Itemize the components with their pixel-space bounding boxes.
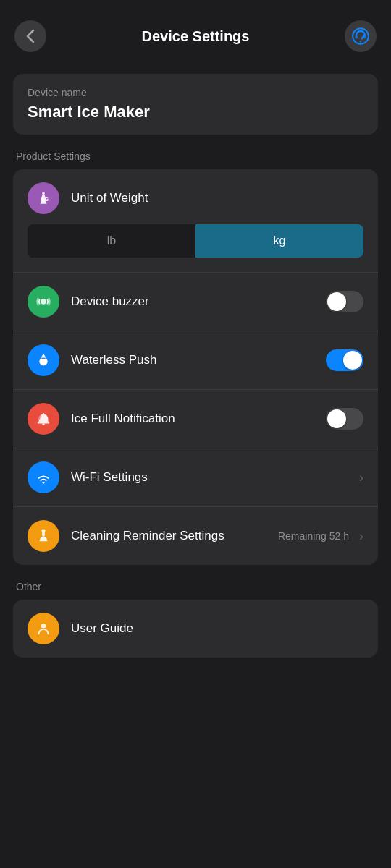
support-button[interactable] (345, 20, 377, 52)
unit-of-weight-row: KG Unit of Weight lb kg (13, 169, 378, 273)
wifi-settings-icon (28, 461, 59, 493)
weight-kg-option[interactable]: kg (196, 224, 363, 258)
user-guide-icon (28, 613, 59, 644)
device-buzzer-row[interactable]: Device buzzer (13, 273, 378, 331)
device-name-value: Smart Ice Maker (28, 103, 363, 122)
device-buzzer-knob (327, 292, 346, 311)
unit-of-weight-label: Unit of Weight (71, 191, 363, 205)
back-button[interactable] (14, 20, 46, 52)
device-name-label: Device name (28, 87, 363, 98)
weight-toggle-bar[interactable]: lb kg (28, 224, 363, 258)
ice-full-notification-toggle[interactable] (326, 408, 363, 430)
user-guide-label: User Guide (71, 621, 363, 636)
unit-of-weight-icon: KG (28, 182, 59, 214)
cleaning-reminder-remaining: Remaining 52 h (278, 530, 349, 542)
waterless-push-toggle[interactable] (326, 349, 363, 371)
ice-full-notification-knob (327, 409, 346, 428)
cleaning-reminder-label: Cleaning Reminder Settings (71, 529, 278, 543)
wifi-settings-label: Wi-Fi Settings (71, 470, 353, 485)
wifi-settings-chevron: › (359, 470, 363, 485)
ice-full-notification-label: Ice Full Notification (71, 412, 326, 426)
ice-full-notification-row[interactable]: Ice Full Notification (13, 390, 378, 448)
waterless-push-label: Waterless Push (71, 353, 326, 367)
device-buzzer-toggle[interactable] (326, 291, 363, 312)
svg-rect-7 (41, 530, 46, 532)
device-buzzer-icon (28, 286, 59, 318)
svg-text:KG: KG (41, 197, 49, 202)
wifi-settings-row[interactable]: Wi-Fi Settings › (13, 448, 378, 507)
cleaning-reminder-chevron: › (359, 529, 363, 544)
other-section-label: Other (0, 581, 391, 600)
cleaning-reminder-row[interactable]: Cleaning Reminder Settings Remaining 52 … (13, 507, 378, 565)
page-title: Device Settings (142, 28, 250, 45)
other-settings-card: User Guide (13, 600, 378, 658)
ice-full-notification-icon (28, 403, 59, 435)
svg-point-3 (41, 299, 46, 304)
header: Device Settings (0, 0, 391, 67)
waterless-push-knob (343, 351, 362, 370)
weight-lb-option[interactable]: lb (28, 224, 196, 258)
svg-point-5 (43, 482, 45, 484)
device-buzzer-label: Device buzzer (71, 294, 326, 309)
svg-point-1 (360, 41, 361, 43)
product-settings-card: KG Unit of Weight lb kg Device buzzer (13, 169, 378, 565)
product-settings-label: Product Settings (0, 150, 391, 169)
cleaning-reminder-icon (28, 520, 59, 552)
waterless-push-row[interactable]: Waterless Push (13, 331, 378, 390)
device-name-card: Device name Smart Ice Maker (13, 74, 378, 135)
user-guide-row[interactable]: User Guide (13, 600, 378, 658)
waterless-push-icon (28, 344, 59, 376)
svg-point-8 (41, 624, 46, 628)
